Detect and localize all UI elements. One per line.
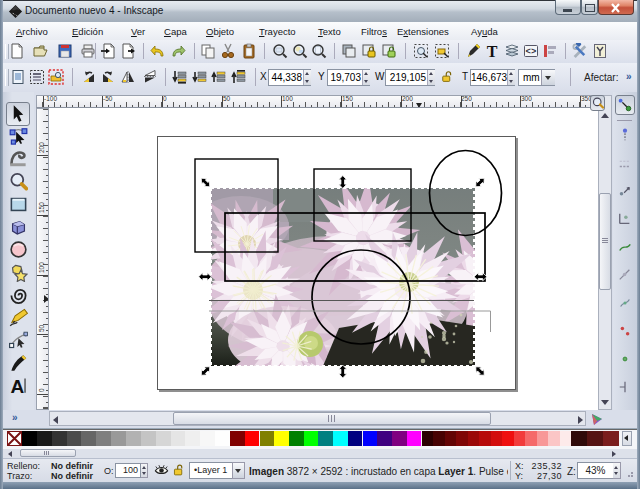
svg-text:<>: <> bbox=[526, 47, 537, 57]
svg-text:A: A bbox=[10, 376, 24, 395]
svg-text:T: T bbox=[487, 43, 498, 59]
